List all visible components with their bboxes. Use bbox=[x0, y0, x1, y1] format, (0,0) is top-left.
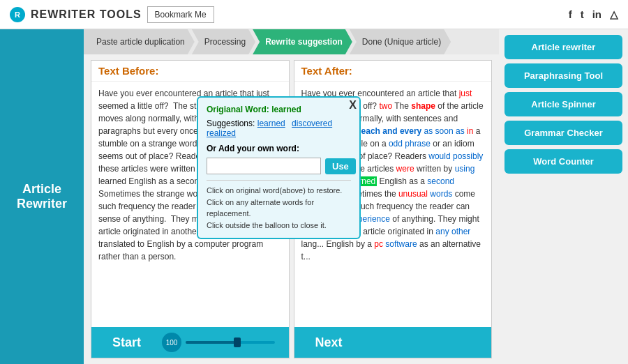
progress-bar-container: 100 bbox=[162, 333, 274, 352]
popup-instruction-2: Click on any alternate words for replace… bbox=[207, 197, 351, 220]
bc-paste[interactable]: Paste article duplication bbox=[84, 29, 195, 54]
popup-input-row: Use bbox=[207, 158, 351, 174]
panel-before-title: Text Before: bbox=[91, 61, 289, 82]
header: R REWRITER TOOLS Bookmark Me f t in △ bbox=[0, 0, 628, 29]
next-button[interactable]: Next bbox=[301, 331, 357, 354]
popup-word-input[interactable] bbox=[207, 158, 321, 174]
panel-after-bottom: Next bbox=[294, 327, 492, 358]
tool-article-rewriter[interactable]: Article rewriter bbox=[504, 35, 622, 59]
linkedin-icon[interactable]: in bbox=[592, 8, 601, 20]
bookmark-button[interactable]: Bookmark Me bbox=[147, 6, 214, 23]
tool-word-counter[interactable]: Word Counter bbox=[504, 149, 622, 174]
progress-circle: 100 bbox=[162, 333, 181, 352]
bc-processing[interactable]: Processing bbox=[192, 29, 255, 54]
suggestion-realized[interactable]: realized bbox=[207, 128, 236, 138]
sidebar-right: Article rewriter Paraphrasing Tool Artic… bbox=[499, 29, 628, 364]
popup-original-word: Origianal Word: learned bbox=[207, 105, 351, 114]
popup-instructions: Click on original word(above) to restore… bbox=[207, 180, 351, 231]
breadcrumb: Paste article duplication Processing Rew… bbox=[84, 29, 499, 54]
popup-instruction-1: Click on original word(above) to restore… bbox=[207, 185, 351, 197]
layout: Article Rewriter Paste article duplicati… bbox=[0, 29, 628, 364]
facebook-icon[interactable]: f bbox=[569, 8, 572, 20]
panels: Text Before: Have you ever encountered a… bbox=[84, 54, 499, 364]
suggestion-learned[interactable]: learned bbox=[257, 119, 285, 128]
logo-area: R REWRITER TOOLS Bookmark Me bbox=[10, 6, 214, 23]
panel-before-bottom: Start 100 bbox=[91, 327, 289, 358]
tool-grammar-checker[interactable]: Grammar Checker bbox=[504, 121, 622, 145]
suggestion-discovered[interactable]: discovered bbox=[292, 119, 332, 128]
popup-use-button[interactable]: Use bbox=[325, 158, 356, 174]
popup-add-own-label: Or Add your own word: bbox=[207, 144, 351, 153]
progress-fill bbox=[186, 341, 239, 344]
logo-text: REWRITER TOOLS bbox=[31, 8, 142, 21]
twitter-icon[interactable]: t bbox=[581, 8, 584, 20]
instagram-icon[interactable]: △ bbox=[610, 8, 618, 21]
start-button[interactable]: Start bbox=[98, 331, 155, 354]
bc-rewrite[interactable]: Rewrite suggestion bbox=[253, 29, 352, 54]
main-content: Paste article duplication Processing Rew… bbox=[84, 29, 499, 364]
article-rewriter-label: Article Rewriter bbox=[17, 182, 67, 211]
social-icons: f t in △ bbox=[569, 8, 618, 21]
popup-instruction-3: Click outside the balloon to close it. bbox=[207, 220, 351, 232]
original-word-link[interactable]: learned bbox=[271, 105, 301, 114]
bc-done[interactable]: Done (Unique article) bbox=[350, 29, 451, 54]
popup-balloon: X Origianal Word: learned Suggestions: l… bbox=[197, 96, 361, 239]
progress-track[interactable] bbox=[186, 341, 274, 344]
close-icon[interactable]: X bbox=[349, 99, 357, 112]
tool-paraphrasing[interactable]: Paraphrasing Tool bbox=[504, 63, 622, 88]
popup-suggestions: Suggestions: learned discovered realized bbox=[207, 119, 351, 138]
logo-icon: R bbox=[10, 7, 25, 22]
progress-thumb bbox=[234, 338, 241, 347]
sidebar-left: Article Rewriter bbox=[0, 29, 84, 364]
panel-after-title: Text After: bbox=[294, 61, 492, 82]
tool-article-spinner[interactable]: Article Spinner bbox=[504, 92, 622, 116]
